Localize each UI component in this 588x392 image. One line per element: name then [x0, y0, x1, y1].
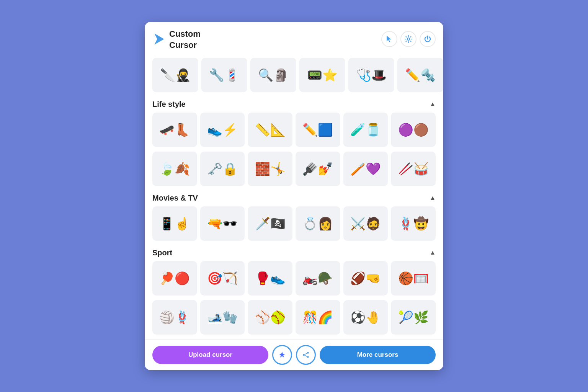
cursor-item[interactable]: 🩺🎩 [348, 58, 394, 92]
header: Custom Cursor [145, 22, 443, 54]
cursor-item[interactable]: ✏️🟦 [296, 113, 340, 147]
svg-line-6 [305, 353, 307, 354]
cursor-item[interactable]: 🎊🌈 [296, 300, 340, 335]
cursor-item[interactable]: 🛹👢 [152, 113, 197, 147]
share-button[interactable] [296, 345, 316, 365]
sport-section-header: Sport ▲ [152, 245, 436, 261]
star-icon: ★ [278, 350, 286, 360]
cursor-item[interactable]: 📱☝️ [152, 206, 197, 241]
svg-point-5 [307, 356, 309, 358]
cursor-item[interactable]: 🍃🍂 [152, 152, 197, 186]
cursor-item[interactable]: 🎯🏹 [200, 261, 245, 296]
lifestyle-chevron[interactable]: ▲ [430, 101, 436, 108]
logo-cursor: Cursor [169, 40, 197, 50]
svg-point-2 [407, 38, 410, 40]
cursor-item[interactable]: 📏📐 [248, 113, 292, 147]
logo: Custom Cursor [152, 28, 201, 50]
favorites-button[interactable]: ★ [272, 345, 292, 365]
cursor-icon [385, 35, 393, 43]
cursor-item[interactable]: 🏓🔴 [152, 261, 197, 296]
cursor-item[interactable]: 🥊👟 [248, 261, 292, 296]
header-icons [381, 31, 436, 47]
lifestyle-section-header: Life style ▲ [152, 97, 436, 113]
cursor-item[interactable]: 🗡️🏴‍☠️ [248, 206, 292, 241]
cursor-item[interactable]: 🔧💈 [201, 58, 247, 92]
gear-icon [405, 35, 412, 43]
cursor-item[interactable]: 🏍️🪖 [296, 261, 340, 296]
movies-grid-row1: 📱☝️ 🔫🕶️ 🗡️🏴‍☠️ 💍👩 ⚔️🧔 🪢🤠 [152, 206, 436, 241]
cursor-item[interactable]: 🟣🟤 [391, 113, 436, 147]
lifestyle-grid-row2: 🍃🍂 🗝️🔒 🧱🤸 🪮💅 🪥💜 🥢🥁 [152, 152, 436, 186]
svg-marker-1 [387, 36, 391, 42]
cursor-item[interactable]: 🔍🗿 [250, 58, 296, 92]
cursor-item[interactable]: 🪮💅 [296, 152, 340, 186]
movies-section-header: Movies & TV ▲ [152, 191, 436, 206]
cursor-item[interactable]: 📟⭐ [299, 58, 345, 92]
lifestyle-title: Life style [152, 100, 186, 109]
cursor-item[interactable]: 🪢🤠 [391, 206, 436, 241]
cursor-item[interactable]: 🗝️🔒 [200, 152, 245, 186]
cursor-item[interactable]: 🏀🥅 [391, 261, 436, 296]
sport-chevron[interactable]: ▲ [430, 249, 436, 256]
cursor-icon-button[interactable] [381, 31, 397, 47]
logo-custom: Custom [169, 29, 201, 39]
power-icon [424, 35, 431, 43]
svg-point-3 [307, 352, 309, 354]
svg-marker-0 [154, 34, 164, 45]
cursor-item[interactable]: 👟⚡ [200, 113, 245, 147]
cursor-item[interactable]: 🎿🧤 [200, 300, 245, 335]
cursor-item[interactable]: ⚾🥎 [248, 300, 292, 335]
cursor-item[interactable]: 🪥💜 [343, 152, 388, 186]
movies-chevron[interactable]: ▲ [430, 194, 436, 201]
cursor-item[interactable]: 🔪🥷 [152, 58, 198, 92]
upload-cursor-button[interactable]: Upload cursor [152, 346, 268, 364]
logo-arrow-icon [152, 32, 166, 46]
cursor-item[interactable]: 🏈🤜 [343, 261, 388, 296]
cursor-item[interactable]: ✏️🔩 [397, 58, 443, 92]
content-area: 🔪🥷 🔧💈 🔍🗿 📟⭐ 🩺🎩 ✏️🔩 Life style ▲ 🛹👢 👟⚡ 📏📐… [145, 55, 443, 339]
sport-grid-row2: 🏐🪢 🎿🧤 ⚾🥎 🎊🌈 ⚽🤚 🎾🌿 [152, 300, 436, 335]
footer: Upload cursor ★ More cursors [145, 339, 443, 370]
more-cursors-button[interactable]: More cursors [320, 346, 436, 364]
share-icon [302, 351, 309, 358]
cursor-item[interactable]: 🎾🌿 [391, 300, 436, 335]
cursor-item[interactable]: 🔫🕶️ [200, 206, 245, 241]
settings-button[interactable] [400, 31, 416, 47]
power-button[interactable] [420, 31, 436, 47]
popup-window: Custom Cursor [145, 22, 443, 370]
lifestyle-grid-row1: 🛹👢 👟⚡ 📏📐 ✏️🟦 🧪🫙 🟣🟤 [152, 113, 436, 147]
svg-point-4 [303, 354, 305, 356]
cursor-item[interactable]: 🏐🪢 [152, 300, 197, 335]
sport-grid-row1: 🏓🔴 🎯🏹 🥊👟 🏍️🪖 🏈🤜 🏀🥅 [152, 261, 436, 296]
cursor-item[interactable]: 💍👩 [296, 206, 340, 241]
cursor-item[interactable]: ⚔️🧔 [343, 206, 388, 241]
top-cursor-row: 🔪🥷 🔧💈 🔍🗿 📟⭐ 🩺🎩 ✏️🔩 [152, 55, 436, 97]
logo-text: Custom Cursor [169, 28, 201, 50]
sport-title: Sport [152, 248, 172, 257]
cursor-item[interactable]: ⚽🤚 [343, 300, 388, 335]
movies-title: Movies & TV [152, 194, 198, 203]
svg-line-7 [305, 355, 307, 356]
cursor-item[interactable]: 🧱🤸 [248, 152, 292, 186]
cursor-item[interactable]: 🥢🥁 [391, 152, 436, 186]
cursor-item[interactable]: 🧪🫙 [343, 113, 388, 147]
